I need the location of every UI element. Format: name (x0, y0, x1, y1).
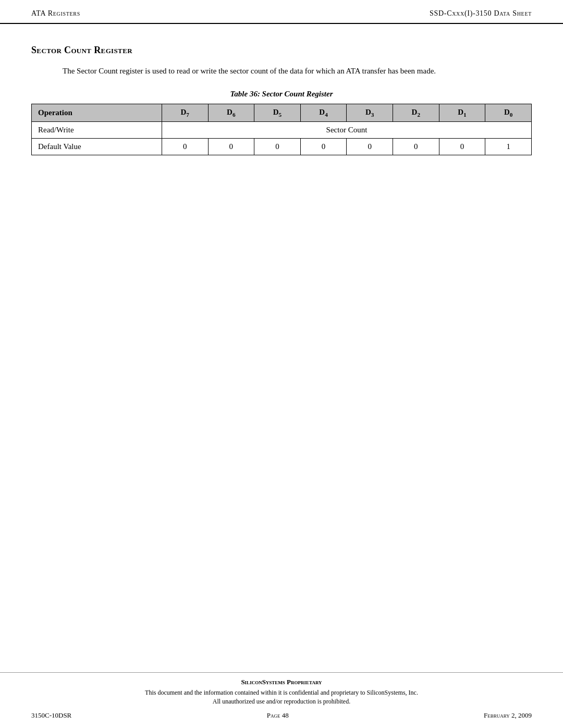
footer-notice-line1: This document and the information contai… (31, 688, 532, 697)
footer-notice: This document and the information contai… (31, 688, 532, 706)
row-value-d2: 0 (393, 138, 439, 155)
col-header-d6: D6 (208, 104, 254, 121)
col-header-d1: D1 (439, 104, 485, 121)
row-value-d3: 0 (347, 138, 393, 155)
row-value-d7: 0 (162, 138, 208, 155)
header-right-text: SSD-Cxxx(I)-3150 Data Sheet (430, 9, 532, 18)
row-value-d5: 0 (254, 138, 301, 155)
footer-notice-line2: All unauthorized use and/or reproduction… (31, 697, 532, 706)
table-header-row: Operation D7 D6 D5 D4 D3 (32, 104, 532, 121)
row-operation-readwrite: Read/Write (32, 121, 162, 138)
row-value-d6: 0 (208, 138, 254, 155)
header-left-text: ATA Registers (31, 9, 80, 18)
footer-bottom: 3150C-10DSR Page 48 February 2, 2009 (31, 711, 532, 720)
table-row: Default Value 0 0 0 0 0 (32, 138, 532, 155)
col-header-d7: D7 (162, 104, 208, 121)
row-value-d1: 0 (439, 138, 485, 155)
col-header-d5: D5 (254, 104, 301, 121)
col-header-d0: D0 (485, 104, 532, 121)
row-value-d0: 1 (485, 138, 532, 155)
row-value-sectorcount: Sector Count (162, 121, 531, 138)
footer-doc-number: 3150C-10DSR (31, 711, 71, 720)
col-header-d4: D4 (300, 104, 347, 121)
page-header: ATA Registers SSD-Cxxx(I)-3150 Data Shee… (0, 0, 563, 24)
table-caption: Table 36: Sector Count Register (31, 90, 532, 98)
page-content: Sector Count Register The Sector Count r… (0, 24, 563, 672)
page-footer: SiliconSystems Proprietary This document… (0, 672, 563, 728)
footer-date: February 2, 2009 (484, 711, 532, 720)
sector-count-table: Operation D7 D6 D5 D4 D3 (31, 104, 532, 155)
table-row: Read/Write Sector Count (32, 121, 532, 138)
section-title: Sector Count Register (31, 45, 532, 56)
col-header-d3: D3 (347, 104, 393, 121)
row-operation-default: Default Value (32, 138, 162, 155)
row-value-d4: 0 (300, 138, 347, 155)
footer-proprietary: SiliconSystems Proprietary (31, 678, 532, 686)
body-text: The Sector Count register is used to rea… (63, 65, 469, 77)
footer-page-number: Page 48 (267, 711, 289, 720)
col-header-operation: Operation (32, 104, 162, 121)
page: ATA Registers SSD-Cxxx(I)-3150 Data Shee… (0, 0, 563, 728)
col-header-d2: D2 (393, 104, 439, 121)
